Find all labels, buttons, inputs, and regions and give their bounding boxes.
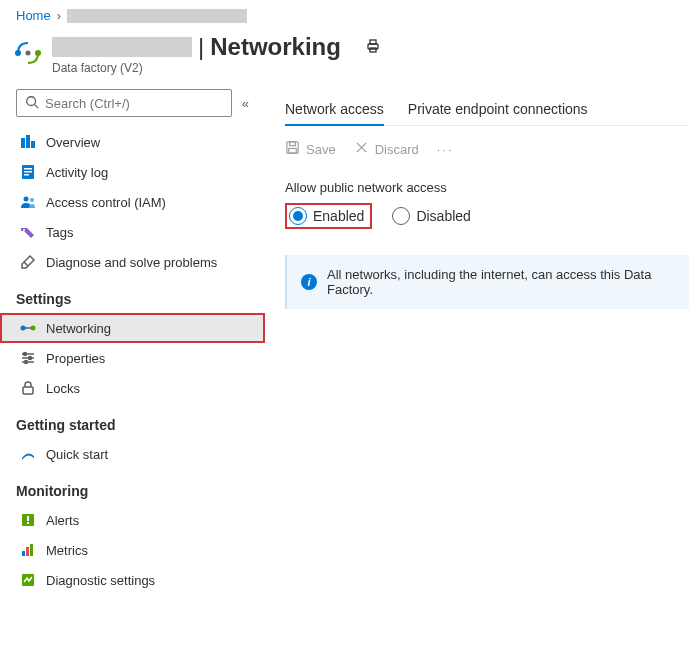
nav-label: Quick start <box>46 447 108 462</box>
alerts-icon <box>20 512 36 528</box>
radio-label: Disabled <box>416 208 470 224</box>
svg-rect-9 <box>26 135 30 148</box>
radio-unchecked-icon <box>392 207 410 225</box>
svg-rect-30 <box>27 516 29 521</box>
nav-access-control[interactable]: Access control (IAM) <box>0 187 265 217</box>
svg-point-26 <box>29 357 32 360</box>
nav-label: Networking <box>46 321 111 336</box>
access-control-icon <box>20 194 36 210</box>
print-icon[interactable] <box>365 38 381 57</box>
svg-point-17 <box>23 229 25 231</box>
nav-label: Tags <box>46 225 73 240</box>
svg-line-7 <box>35 104 39 108</box>
nav-networking[interactable]: Networking <box>0 313 265 343</box>
info-text: All networks, including the internet, ca… <box>327 267 675 297</box>
nav-label: Metrics <box>46 543 88 558</box>
nav-label: Locks <box>46 381 80 396</box>
breadcrumb: Home › <box>0 0 697 27</box>
overview-icon <box>20 134 36 150</box>
breadcrumb-home[interactable]: Home <box>16 8 51 23</box>
section-settings: Settings <box>0 277 265 313</box>
svg-point-6 <box>27 96 36 105</box>
radio-disabled[interactable]: Disabled <box>390 205 472 227</box>
radio-label: Enabled <box>313 208 364 224</box>
page-title: Networking <box>210 33 341 61</box>
svg-point-16 <box>30 198 34 202</box>
nav-tags[interactable]: Tags <box>0 217 265 247</box>
search-box[interactable] <box>16 89 232 117</box>
svg-rect-33 <box>26 547 29 556</box>
nav-diagnostic-settings[interactable]: Diagnostic settings <box>0 565 265 595</box>
nav-diagnose[interactable]: Diagnose and solve problems <box>0 247 265 277</box>
search-input[interactable] <box>45 96 223 111</box>
svg-point-19 <box>21 326 26 331</box>
svg-rect-28 <box>23 387 33 394</box>
save-icon <box>285 140 300 158</box>
svg-rect-34 <box>30 544 33 556</box>
diagnose-icon <box>20 254 36 270</box>
nav-label: Diagnose and solve problems <box>46 255 217 270</box>
discard-icon <box>354 140 369 158</box>
nav-locks[interactable]: Locks <box>0 373 265 403</box>
nav-label: Access control (IAM) <box>46 195 166 210</box>
nav-label: Alerts <box>46 513 79 528</box>
section-getting-started: Getting started <box>0 403 265 439</box>
svg-rect-8 <box>21 138 25 148</box>
page-header: | Networking Data factory (V2) <box>0 27 697 81</box>
command-bar: Save Discard ··· <box>285 140 689 158</box>
tab-private-endpoint[interactable]: Private endpoint connections <box>408 95 588 125</box>
nav-label: Properties <box>46 351 105 366</box>
nav-alerts[interactable]: Alerts <box>0 505 265 535</box>
lock-icon <box>20 380 36 396</box>
nav-metrics[interactable]: Metrics <box>0 535 265 565</box>
radio-checked-icon <box>289 207 307 225</box>
nav-label: Activity log <box>46 165 108 180</box>
activity-log-icon <box>20 164 36 180</box>
nav-label: Diagnostic settings <box>46 573 155 588</box>
info-icon: i <box>301 274 317 290</box>
svg-point-2 <box>26 50 31 55</box>
resource-type-label: Data factory (V2) <box>52 61 381 75</box>
svg-point-25 <box>24 353 27 356</box>
svg-rect-38 <box>289 148 297 153</box>
discard-button[interactable]: Discard <box>354 140 419 158</box>
sidebar: « Overview Activity log Access control (… <box>0 81 265 603</box>
search-icon <box>25 95 39 112</box>
svg-point-0 <box>15 50 21 56</box>
nav-activity-log[interactable]: Activity log <box>0 157 265 187</box>
diagnostic-settings-icon <box>20 572 36 588</box>
public-access-radio-group: Enabled Disabled <box>285 203 689 229</box>
discard-label: Discard <box>375 142 419 157</box>
header-separator: | <box>198 33 204 61</box>
svg-rect-13 <box>24 171 32 173</box>
more-menu[interactable]: ··· <box>437 142 454 157</box>
svg-rect-37 <box>290 142 296 146</box>
svg-rect-10 <box>31 141 35 148</box>
properties-icon <box>20 350 36 366</box>
collapse-sidebar-icon[interactable]: « <box>238 92 253 115</box>
svg-point-27 <box>25 361 28 364</box>
more-icon: ··· <box>437 142 454 157</box>
nav-properties[interactable]: Properties <box>0 343 265 373</box>
tab-bar: Network access Private endpoint connecti… <box>285 95 689 126</box>
nav-quick-start[interactable]: Quick start <box>0 439 265 469</box>
tags-icon <box>20 224 36 240</box>
svg-rect-14 <box>24 174 29 176</box>
svg-point-1 <box>35 50 41 56</box>
networking-icon <box>20 320 36 336</box>
section-monitoring: Monitoring <box>0 469 265 505</box>
quick-start-icon <box>20 446 36 462</box>
data-factory-icon <box>14 39 42 70</box>
breadcrumb-redacted <box>67 9 247 23</box>
tab-network-access[interactable]: Network access <box>285 95 384 125</box>
svg-point-15 <box>24 197 29 202</box>
nav-label: Overview <box>46 135 100 150</box>
nav-overview[interactable]: Overview <box>0 127 265 157</box>
radio-enabled[interactable]: Enabled <box>285 203 372 229</box>
metrics-icon <box>20 542 36 558</box>
allow-public-label: Allow public network access <box>285 180 689 195</box>
svg-rect-32 <box>22 551 25 556</box>
save-button[interactable]: Save <box>285 140 336 158</box>
svg-rect-5 <box>370 48 376 52</box>
svg-line-18 <box>24 262 28 266</box>
